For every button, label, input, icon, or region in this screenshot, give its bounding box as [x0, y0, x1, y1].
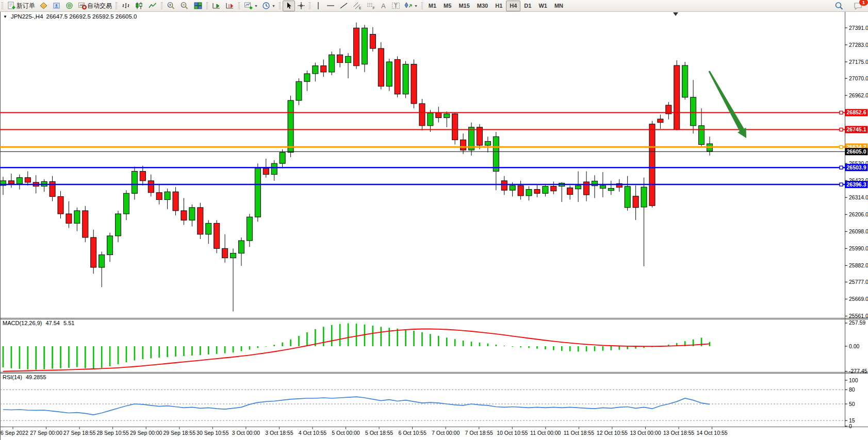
time-tick-label: 3 Oct 00:00 [232, 430, 260, 436]
arrows-caret: ▼ [414, 4, 418, 8]
text-button[interactable]: A [378, 1, 389, 11]
candle [255, 168, 260, 217]
hline-handle [840, 145, 843, 148]
chart-menu-triangle-icon[interactable]: ▼ [3, 14, 7, 19]
time-tick-label: 4 Oct 10:55 [299, 430, 326, 436]
timeframe-button-h1[interactable]: H1 [492, 1, 506, 11]
tile-windows-button[interactable] [191, 1, 205, 11]
zoom-in-button[interactable] [165, 1, 178, 11]
autotrading-button[interactable]: 自动交易 [76, 1, 114, 11]
candle [337, 55, 343, 62]
chart-shift-button[interactable] [223, 1, 237, 11]
candle [148, 181, 154, 193]
macd-signal-value: 5.51 [63, 320, 74, 326]
price-tick-label: 25882.0 [849, 262, 868, 268]
zoom-out-button[interactable] [178, 1, 191, 11]
hline-handle [840, 111, 843, 114]
timeframe-button-m30[interactable]: M30 [473, 1, 492, 11]
price-badge: 26503.9 [847, 164, 866, 171]
auto-scroll-icon [212, 2, 221, 10]
shapes-icon [404, 2, 413, 10]
candle [518, 185, 523, 196]
add-indicator-icon [244, 2, 253, 10]
yellow-diamond-icon [39, 2, 48, 10]
timeframe-button-m1[interactable]: M1 [425, 1, 440, 11]
candle [313, 66, 318, 74]
chart-symbol-period: JPN225-,H4 [11, 13, 43, 20]
price-badge: 26605.0 [847, 148, 866, 155]
cursor-arrow-icon [285, 2, 293, 10]
time-tick-label: 28 Sep 10:55 [96, 430, 129, 436]
candlestick-button[interactable] [133, 1, 146, 11]
macd-value: 47.54 [45, 320, 60, 326]
market-depth-button[interactable] [50, 1, 63, 11]
symbols-button[interactable] [37, 1, 50, 11]
timeframe-button-m15[interactable]: M15 [455, 1, 473, 11]
candle [444, 114, 450, 118]
rsi-tick-label: 80 [849, 386, 855, 393]
timeframe-button-m5[interactable]: M5 [440, 1, 455, 11]
search-button[interactable] [832, 1, 846, 11]
candle [534, 190, 540, 194]
indicators-button[interactable]: ▼ [242, 1, 260, 11]
hline-handle [840, 128, 843, 131]
rsi-value: 49.2855 [26, 374, 46, 380]
chart-shift-icon [225, 2, 235, 10]
candle [280, 153, 285, 163]
candle [288, 100, 293, 153]
text-label-icon: T [391, 2, 400, 10]
chart-ohlc-values: 26647.5 26692.5 26592.5 26605.0 [46, 13, 137, 20]
hline-button[interactable] [324, 1, 337, 11]
candle [641, 187, 647, 207]
chart-symbol-title: ▼ JPN225-,H4 26647.5 26692.5 26592.5 266… [3, 13, 137, 20]
rsi-tick-label: 0 [849, 423, 852, 429]
candle [231, 253, 236, 258]
candle [510, 185, 515, 190]
candle [321, 66, 326, 72]
channel-button[interactable]: E [351, 1, 364, 11]
price-tick-label: 26962.0 [849, 92, 868, 98]
rsi-tick-label: 100 [849, 377, 858, 383]
svg-text:E: E [359, 6, 362, 10]
chart-canvas[interactable]: 27391.027283.027175.027070.026962.026530… [0, 0, 868, 440]
candle [206, 223, 211, 234]
timeframe-button-w1[interactable]: W1 [535, 1, 551, 11]
label-button[interactable]: T [389, 1, 402, 11]
crosshair-button[interactable] [295, 1, 307, 11]
notifications-button[interactable]: 1 [851, 1, 865, 11]
signals-button[interactable] [63, 1, 76, 11]
toolbar-group-cursor [277, 0, 307, 11]
timeframe-button-mn[interactable]: MN [551, 1, 567, 11]
price-tick-label: 25561.0 [849, 313, 868, 319]
svg-text:F: F [372, 6, 374, 10]
candle [600, 185, 605, 189]
line-chart-button[interactable] [146, 1, 159, 11]
arrows-button[interactable]: ▼ [402, 1, 420, 11]
time-tick-label: 13 Oct 18:55 [663, 430, 694, 436]
cursor-button[interactable] [283, 1, 295, 11]
fibonacci-button[interactable]: F [364, 1, 378, 11]
candle [238, 241, 244, 253]
candle [123, 193, 129, 214]
trendline-button[interactable] [337, 1, 351, 11]
vline-button[interactable] [313, 1, 324, 11]
candle [156, 193, 162, 200]
candle [271, 163, 277, 174]
bar-chart-button[interactable] [119, 1, 133, 11]
auto-scroll-button[interactable] [210, 1, 223, 11]
time-tick-label: 5 Oct 18:55 [365, 430, 393, 436]
time-tick-label: 10 Oct 10:55 [497, 430, 528, 436]
candle [25, 178, 30, 182]
candle [411, 64, 417, 104]
new-order-icon [7, 2, 17, 10]
candle [567, 188, 573, 195]
candle [403, 64, 408, 94]
timeframe-button-d1[interactable]: D1 [520, 1, 535, 11]
candle [633, 196, 638, 208]
new-order-button[interactable]: 新订单 [5, 1, 37, 11]
svg-text:A: A [381, 2, 386, 10]
timeframe-button-h4[interactable]: H4 [506, 1, 520, 11]
time-tick-label: 26 Sep 2022 [0, 430, 28, 436]
periods-button[interactable]: ▼ [260, 1, 277, 11]
new-order-label: 新订单 [17, 2, 35, 10]
